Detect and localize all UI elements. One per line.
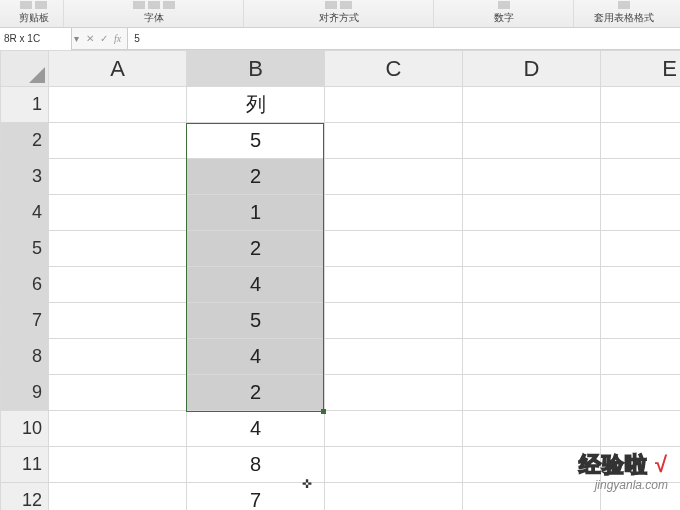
name-box-value: 8R x 1C: [4, 33, 40, 44]
col-header-E[interactable]: E: [601, 51, 681, 87]
cell-B6[interactable]: 4: [187, 267, 325, 303]
formula-input[interactable]: 5: [127, 28, 680, 49]
cell-D9[interactable]: [463, 375, 601, 411]
cell-B3[interactable]: 2: [187, 159, 325, 195]
row-header-1[interactable]: 1: [1, 87, 49, 123]
col-header-D[interactable]: D: [463, 51, 601, 87]
spreadsheet-grid[interactable]: A B C D E 1 列 2: [0, 50, 680, 510]
cell-C10[interactable]: [325, 411, 463, 447]
cell-E2[interactable]: [601, 123, 681, 159]
cell-A7[interactable]: [49, 303, 187, 339]
ribbon-group-clipboard[interactable]: 剪贴板: [4, 0, 64, 27]
cell-B2[interactable]: 5: [187, 123, 325, 159]
cell-A2[interactable]: [49, 123, 187, 159]
cell-C12[interactable]: [325, 483, 463, 511]
cell-C8[interactable]: [325, 339, 463, 375]
ribbon-label-clipboard: 剪贴板: [19, 11, 49, 27]
cell-D7[interactable]: [463, 303, 601, 339]
cell-B1[interactable]: 列: [187, 87, 325, 123]
cell-D3[interactable]: [463, 159, 601, 195]
cell-B7[interactable]: 5: [187, 303, 325, 339]
cell-C6[interactable]: [325, 267, 463, 303]
cell-A4[interactable]: [49, 195, 187, 231]
ribbon-group-align[interactable]: 对齐方式: [244, 0, 434, 27]
cell-E12[interactable]: [601, 483, 681, 511]
cell-D1[interactable]: [463, 87, 601, 123]
cell-D4[interactable]: [463, 195, 601, 231]
cell-A11[interactable]: [49, 447, 187, 483]
cell-E7[interactable]: [601, 303, 681, 339]
name-box-dropdown-icon[interactable]: ▾: [72, 33, 80, 44]
row-header-12[interactable]: 12: [1, 483, 49, 511]
fx-icon[interactable]: fx: [114, 33, 121, 44]
row-header-5[interactable]: 5: [1, 231, 49, 267]
ribbon-group-font[interactable]: 字体: [64, 0, 244, 27]
row-header-4[interactable]: 4: [1, 195, 49, 231]
ribbon-group-number[interactable]: 数字: [434, 0, 574, 27]
cell-C1[interactable]: [325, 87, 463, 123]
cell-C4[interactable]: [325, 195, 463, 231]
row-header-10[interactable]: 10: [1, 411, 49, 447]
cell-B4[interactable]: 1: [187, 195, 325, 231]
select-all-corner[interactable]: [1, 51, 49, 87]
cell-A8[interactable]: [49, 339, 187, 375]
cell-D8[interactable]: [463, 339, 601, 375]
cell-E5[interactable]: [601, 231, 681, 267]
cell-D12[interactable]: [463, 483, 601, 511]
row-header-8[interactable]: 8: [1, 339, 49, 375]
ribbon-group-format[interactable]: 套用表格格式: [574, 0, 674, 27]
cell-A10[interactable]: [49, 411, 187, 447]
cell-C9[interactable]: [325, 375, 463, 411]
ribbon-label-font: 字体: [144, 11, 164, 27]
formula-input-value: 5: [134, 33, 140, 44]
ribbon-label-align: 对齐方式: [319, 11, 359, 27]
cell-A9[interactable]: [49, 375, 187, 411]
cell-A12[interactable]: [49, 483, 187, 511]
row-header-9[interactable]: 9: [1, 375, 49, 411]
cell-C3[interactable]: [325, 159, 463, 195]
cell-E6[interactable]: [601, 267, 681, 303]
ribbon-label-format: 套用表格格式: [594, 11, 654, 27]
row-header-7[interactable]: 7: [1, 303, 49, 339]
cell-B9[interactable]: 2: [187, 375, 325, 411]
cell-E10[interactable]: [601, 411, 681, 447]
cell-C5[interactable]: [325, 231, 463, 267]
cell-C11[interactable]: [325, 447, 463, 483]
col-header-C[interactable]: C: [325, 51, 463, 87]
ribbon-label-number: 数字: [494, 11, 514, 27]
cell-B10[interactable]: 4: [187, 411, 325, 447]
cell-E8[interactable]: [601, 339, 681, 375]
row-header-3[interactable]: 3: [1, 159, 49, 195]
col-header-A[interactable]: A: [49, 51, 187, 87]
cell-C7[interactable]: [325, 303, 463, 339]
cell-B11[interactable]: 8: [187, 447, 325, 483]
cell-E1[interactable]: [601, 87, 681, 123]
row-header-6[interactable]: 6: [1, 267, 49, 303]
cell-C2[interactable]: [325, 123, 463, 159]
cell-E9[interactable]: [601, 375, 681, 411]
col-header-B[interactable]: B: [187, 51, 325, 87]
cell-D11[interactable]: [463, 447, 601, 483]
cell-E11[interactable]: [601, 447, 681, 483]
cell-D6[interactable]: [463, 267, 601, 303]
ribbon: 剪贴板 字体 对齐方式 数字 套用表格格式: [0, 0, 680, 28]
confirm-icon[interactable]: ✓: [100, 33, 108, 44]
cell-A5[interactable]: [49, 231, 187, 267]
cell-B8[interactable]: 4: [187, 339, 325, 375]
cell-D2[interactable]: [463, 123, 601, 159]
name-box[interactable]: 8R x 1C: [0, 28, 72, 50]
cell-A3[interactable]: [49, 159, 187, 195]
cell-E4[interactable]: [601, 195, 681, 231]
row-header-11[interactable]: 11: [1, 447, 49, 483]
formula-bar: 8R x 1C ▾ ✕ ✓ fx 5: [0, 28, 680, 50]
cell-A6[interactable]: [49, 267, 187, 303]
cell-E3[interactable]: [601, 159, 681, 195]
cancel-icon[interactable]: ✕: [86, 33, 94, 44]
cell-B5[interactable]: 2: [187, 231, 325, 267]
cell-B12[interactable]: 7: [187, 483, 325, 511]
cell-D5[interactable]: [463, 231, 601, 267]
row-header-2[interactable]: 2: [1, 123, 49, 159]
cell-D10[interactable]: [463, 411, 601, 447]
cell-A1[interactable]: [49, 87, 187, 123]
